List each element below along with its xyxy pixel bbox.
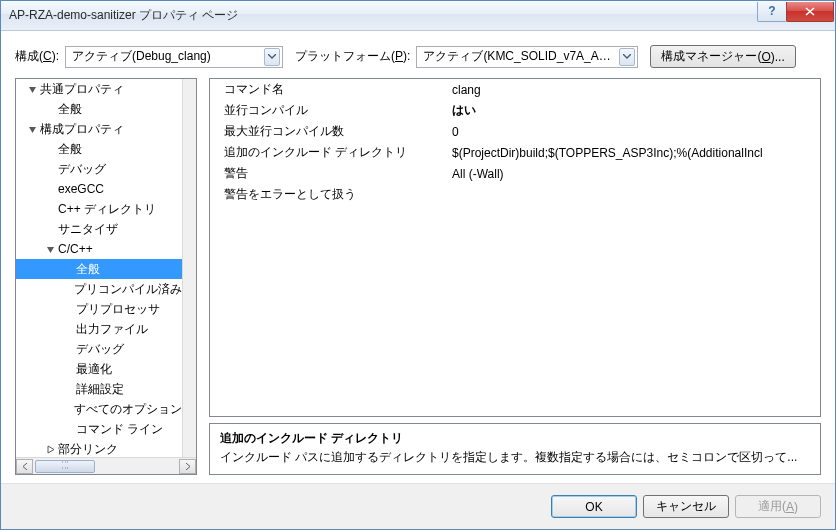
description-panel: 追加のインクルード ディレクトリ インクルード パスに追加するディレクトリを指定… [209,423,821,475]
tree-toggle-spacer [44,103,56,115]
tree-item-label: 全般 [76,261,100,278]
scroll-thumb[interactable] [35,460,95,473]
property-label: 並行コンパイル [210,102,446,119]
property-row[interactable]: 警告All (-Wall) [210,163,820,184]
tree-item[interactable]: C/C++ [16,239,182,259]
collapse-icon[interactable] [26,123,38,135]
tree-toggle-spacer [44,183,56,195]
tree-item-label: 出力ファイル [76,321,148,338]
description-title: 追加のインクルード ディレクトリ [220,430,810,447]
tree-item[interactable]: C++ ディレクトリ [16,199,182,219]
property-row[interactable]: 並行コンパイルはい [210,100,820,121]
tree-item[interactable]: デバッグ [16,159,182,179]
tree-item-label: 共通プロパティ [40,81,124,98]
tree-toggle-spacer [44,143,56,155]
window-title: AP-RZA-demo-sanitizer プロパティ ページ [9,7,757,24]
tree-item[interactable]: コマンド ライン [16,419,182,439]
tree-item-label: 構成プロパティ [40,121,124,138]
titlebar: AP-RZA-demo-sanitizer プロパティ ページ ? [1,1,835,31]
tree-toggle-spacer [62,363,74,375]
tree-item[interactable]: 出力ファイル [16,319,182,339]
cancel-button[interactable]: キャンセル [643,495,729,518]
help-button[interactable]: ? [757,2,787,22]
close-icon [805,7,815,16]
description-text: インクルード パスに追加するディレクトリを指定します。複数指定する場合には、セミ… [220,449,810,466]
tree-item-label: プリコンパイル済み [74,281,182,298]
apply-button[interactable]: 適用(A) [735,495,821,518]
property-label: 最大並行コンパイル数 [210,123,446,140]
tree-item[interactable]: プリコンパイル済み [16,279,182,299]
config-manager-button[interactable]: 構成マネージャー(O)... [650,45,795,68]
property-grid[interactable]: コマンド名clang並行コンパイルはい最大並行コンパイル数0追加のインクルード … [209,78,821,417]
body: 共通プロパティ全般構成プロパティ全般デバッグexeGCCC++ ディレクトリサニ… [1,78,835,483]
tree-item[interactable]: サニタイザ [16,219,182,239]
tree-item[interactable]: 詳細設定 [16,379,182,399]
tree-vscrollbar[interactable] [182,79,196,457]
tree-item-label: デバッグ [58,161,106,178]
dialog-window: AP-RZA-demo-sanitizer プロパティ ページ ? 構成(C):… [0,0,836,530]
tree-toggle-spacer [62,263,74,275]
tree-item-label: C++ ディレクトリ [58,201,156,218]
property-value: 0 [446,125,820,139]
property-label: 警告をエラーとして扱う [210,186,446,203]
tree-item-label: サニタイザ [58,221,118,238]
property-row[interactable]: コマンド名clang [210,79,820,100]
tree-item[interactable]: デバッグ [16,339,182,359]
tree-item-label: デバッグ [76,341,124,358]
scroll-right-button[interactable] [179,459,196,474]
tree-item[interactable]: 共通プロパティ [16,79,182,99]
tree-hscrollbar[interactable] [16,457,196,474]
tree-item[interactable]: 部分リンク [16,439,182,457]
config-combo[interactable]: アクティブ(Debug_clang) [65,46,283,68]
collapse-icon[interactable] [44,243,56,255]
tree-toggle-spacer [44,203,56,215]
tree-item-label: 最適化 [76,361,112,378]
property-value: $(ProjectDir)build;$(TOPPERS_ASP3Inc);%(… [446,146,820,160]
tree-item-label: プリプロセッサ [76,301,160,318]
tree-item-label: C/C++ [58,242,93,256]
property-label: 追加のインクルード ディレクトリ [210,144,446,161]
property-row[interactable]: 追加のインクルード ディレクトリ$(ProjectDir)build;$(TOP… [210,142,820,163]
tree-item-label: 詳細設定 [76,381,124,398]
tree-item[interactable]: 全般 [16,99,182,119]
property-value: All (-Wall) [446,167,820,181]
tree-item[interactable]: 全般 [16,259,182,279]
property-row[interactable]: 最大並行コンパイル数0 [210,121,820,142]
tree-item-label: 部分リンク [58,441,118,458]
tree-item[interactable]: 最適化 [16,359,182,379]
tree-toggle-spacer [60,283,72,295]
tree-item[interactable]: 構成プロパティ [16,119,182,139]
tree-toggle-spacer [62,303,74,315]
platform-combo[interactable]: アクティブ(KMC_SOLID_v7A_ARM [416,46,638,68]
expand-icon[interactable] [44,443,56,455]
scroll-left-button[interactable] [16,459,33,474]
close-button[interactable] [786,2,834,22]
right-panel: コマンド名clang並行コンパイルはい最大並行コンパイル数0追加のインクルード … [209,78,821,475]
tree-item-label: 全般 [58,141,82,158]
property-row[interactable]: 警告をエラーとして扱う [210,184,820,205]
tree-panel: 共通プロパティ全般構成プロパティ全般デバッグexeGCCC++ ディレクトリサニ… [15,78,197,475]
ok-button[interactable]: OK [551,495,637,518]
tree-item-label: すべてのオプション [74,401,182,418]
tree-toggle-spacer [44,163,56,175]
tree-toggle-spacer [62,323,74,335]
chevron-down-icon [619,48,635,66]
tree-item[interactable]: exeGCC [16,179,182,199]
scroll-track[interactable] [33,459,179,474]
property-value: はい [446,102,820,119]
tree-item-label: 全般 [58,101,82,118]
tree-item[interactable]: すべてのオプション [16,399,182,419]
property-label: 警告 [210,165,446,182]
tree-item[interactable]: 全般 [16,139,182,159]
tree-item-label: exeGCC [58,182,104,196]
tree-item-label: コマンド ライン [76,421,163,438]
tree-item[interactable]: プリプロセッサ [16,299,182,319]
tree-toggle-spacer [62,423,74,435]
toolbar: 構成(C): アクティブ(Debug_clang) プラットフォーム(P): ア… [1,31,835,78]
collapse-icon[interactable] [26,83,38,95]
tree-toggle-spacer [62,383,74,395]
chevron-down-icon [264,48,280,66]
property-label: コマンド名 [210,81,446,98]
tree-toggle-spacer [60,403,72,415]
tree[interactable]: 共通プロパティ全般構成プロパティ全般デバッグexeGCCC++ ディレクトリサニ… [16,79,196,457]
